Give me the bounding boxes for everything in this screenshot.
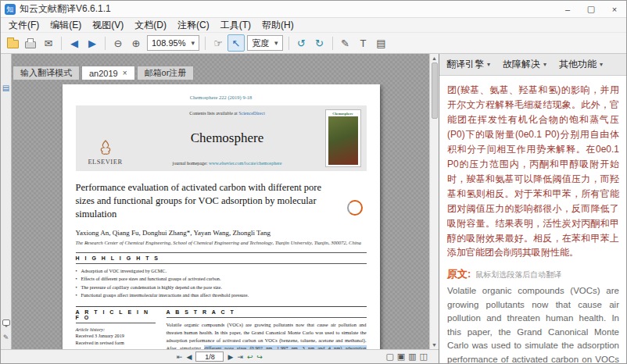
journal-reference: Chemosphere 222 (2019) 9-18 [76, 95, 367, 100]
close-tab-icon[interactable]: × [123, 69, 127, 77]
menu-help[interactable]: 帮助(H) [256, 18, 299, 33]
rotate-right-button[interactable]: ↻ [311, 34, 328, 52]
tab-label: 邮箱or注册 [145, 67, 187, 79]
prev-page-button[interactable]: ◀ [187, 353, 192, 361]
continuous-view-icon[interactable]: ▣ [397, 352, 405, 362]
rotate-right-icon: ↻ [315, 37, 324, 49]
comment-icon[interactable] [2, 319, 10, 326]
titlebar: 知 知云文献翻译V6.6.1.1 – ▢ × [1, 1, 626, 18]
check-updates-badge[interactable] [347, 200, 363, 216]
toolbar-separator [288, 37, 289, 50]
maximize-button[interactable]: ▢ [579, 1, 603, 17]
select-tool-button[interactable]: ↖ [228, 34, 245, 52]
zoom-in-button[interactable]: ⊕ [127, 34, 145, 52]
annotate-icon[interactable]: ✎ [3, 334, 9, 341]
two-page-view-icon[interactable]: ▥ [408, 352, 416, 362]
chevron-down-icon: ▾ [600, 61, 603, 68]
menu-label: 其他功能 [559, 58, 597, 71]
homepage-text: journal homepage: [173, 161, 209, 166]
hand-tool-button[interactable]: ☞ [210, 34, 227, 52]
next-page-button[interactable]: ▶ [228, 353, 233, 361]
journal-cover: Chemosphere [325, 109, 361, 167]
layout-icon: ▤ [376, 37, 385, 49]
publisher-name: ELSEVIER [88, 158, 122, 166]
scrollbar-thumb[interactable] [432, 62, 438, 119]
translation-engine-menu[interactable]: 翻译引擎 ▾ [446, 58, 490, 71]
zoom-out-button[interactable]: ⊖ [109, 34, 127, 52]
original-text: Volatile organic compounds (VOCs) are gr… [447, 284, 619, 363]
elsevier-tree-icon [99, 139, 113, 158]
troubleshoot-menu[interactable]: 故障解决 ▾ [503, 58, 546, 71]
view-mode-buttons: ▢ ▣ ▥ ◫ [385, 350, 428, 363]
vertical-scrollbar[interactable]: ▲ ▼ [429, 54, 439, 349]
open-file-button[interactable] [4, 34, 21, 52]
minimize-button[interactable]: – [556, 1, 579, 17]
article-history-line: Received in revised form [76, 339, 156, 347]
first-page-button[interactable]: ⇤ [177, 353, 183, 361]
toolbar: ✉ ◀ ▶ ⊖ ⊕ 108.95% ▾ ☞ ↖ 宽度 ▾ ↺ ↻ ✎ T ▤ [1, 33, 626, 54]
thumbnails-panel-icon[interactable]: ▤ [2, 84, 9, 92]
translation-body[interactable]: 团(羧基、氨基、羟基和氢)的影响，并用开尔文方程解释毛细凝结现象。此外，官能团在… [439, 76, 626, 363]
translation-panel: 翻译引擎 ▾ 故障解决 ▾ 其他功能 ▾ 团(羧基、氨基、羟基和氢)的影响，并用… [439, 54, 626, 363]
page-area[interactable]: Chemosphere 222 (2019) 9-18 ELSEVIER Con… [13, 84, 429, 349]
abstract-text[interactable]: Volatile organic compounds (VOCs) are gr… [167, 321, 367, 349]
document-tabs: 输入翻译模式 an2019 × 邮箱or注册 [13, 66, 194, 80]
next-view-button[interactable]: ↪ [256, 353, 263, 361]
text-tool-button[interactable]: T [355, 34, 372, 52]
tab-email-register[interactable]: 邮箱or注册 [137, 66, 195, 80]
annotate-pencil-button[interactable]: ✎ [337, 34, 354, 52]
contents-line: Contents lists available at ScienceDirec… [130, 111, 325, 116]
fit-mode-value: 宽度 [252, 37, 269, 49]
last-page-button[interactable]: ⇥ [237, 353, 243, 361]
email-button[interactable]: ✉ [40, 34, 57, 52]
print-button[interactable] [22, 34, 39, 52]
article-info-column: A R T I C L E I N F O Article history: R… [76, 307, 156, 349]
article-title: Performance evaluation of activated carb… [76, 181, 338, 221]
homepage-line: journal homepage: www.elsevier.com/locat… [130, 161, 325, 166]
journal-header: ELSEVIER Contents lists available at Sci… [76, 105, 367, 171]
highlight-item: The pressure of capillary condensation i… [76, 284, 367, 292]
single-page-view-icon[interactable]: ▢ [385, 352, 393, 362]
arrow-right-icon: ▶ [88, 37, 96, 49]
page-number-input[interactable]: 1/8 [195, 352, 224, 362]
cover-title: Chemosphere [332, 112, 353, 116]
homepage-link[interactable]: www.elsevier.com/locate/chemosphere [209, 161, 282, 166]
arrow-left-icon: ◀ [70, 37, 78, 49]
menu-view[interactable]: 视图(V) [87, 18, 129, 33]
app-icon: 知 [5, 4, 16, 15]
translated-text: 团(羧基、氨基、羟基和氢)的影响，并用开尔文方程解释毛细凝结现象。此外，官能团在… [447, 83, 619, 260]
other-functions-menu[interactable]: 其他功能 ▾ [559, 58, 603, 71]
tab-input-mode[interactable]: 输入翻译模式 [13, 66, 80, 80]
menu-tools[interactable]: 工具(T) [215, 18, 256, 33]
menu-file[interactable]: 文件(F) [3, 18, 45, 33]
menu-edit[interactable]: 编辑(E) [45, 18, 87, 33]
scroll-down-icon[interactable]: ▼ [432, 341, 437, 349]
menu-document[interactable]: 文档(D) [129, 18, 172, 33]
abstract-heading: A B S T R A C T [167, 307, 367, 318]
previous-page-button[interactable]: ◀ [66, 34, 83, 52]
article-history-line: Received 3 January 2019 [76, 332, 156, 340]
tab-an2019[interactable]: an2019 × [81, 66, 135, 80]
cursor-arrow-icon: ↖ [232, 37, 241, 49]
mail-icon: ✉ [45, 37, 53, 49]
viewer-sidebar-bottom: ✎ [2, 319, 10, 349]
article-authors: Yaxiong An, Qiang Fu, Donghui Zhang*, Ya… [76, 229, 367, 237]
zoom-level-select[interactable]: 108.95% ▾ [147, 35, 199, 51]
tab-label: an2019 [89, 69, 118, 78]
sciencedirect-link[interactable]: ScienceDirect [238, 111, 265, 116]
main-content: ▤ ✎ 输入翻译模式 an2019 × 邮箱or注册 [1, 54, 626, 363]
previous-view-button[interactable]: ↩ [247, 353, 253, 361]
highlights-list: Adsorption of VOC investigated by GCMC. … [76, 267, 367, 300]
panel-menubar: 翻译引擎 ▾ 故障解决 ▾ 其他功能 ▾ [439, 54, 626, 76]
next-page-button[interactable]: ▶ [84, 34, 101, 52]
fit-mode-select[interactable]: 宽度 ▾ [247, 35, 283, 51]
highlights-section: H I G H L I G H T S Adsorption of VOC in… [76, 252, 367, 300]
menu-annotate[interactable]: 注释(C) [172, 18, 215, 33]
two-page-continuous-view-icon[interactable]: ◫ [420, 352, 428, 362]
close-button[interactable]: × [603, 1, 626, 17]
page-layout-button[interactable]: ▤ [373, 34, 390, 52]
chevron-down-icon: ▾ [274, 39, 278, 47]
rotate-left-button[interactable]: ↺ [293, 34, 310, 52]
elsevier-logo: ELSEVIER [81, 109, 130, 167]
scroll-up-icon[interactable]: ▲ [432, 54, 437, 62]
